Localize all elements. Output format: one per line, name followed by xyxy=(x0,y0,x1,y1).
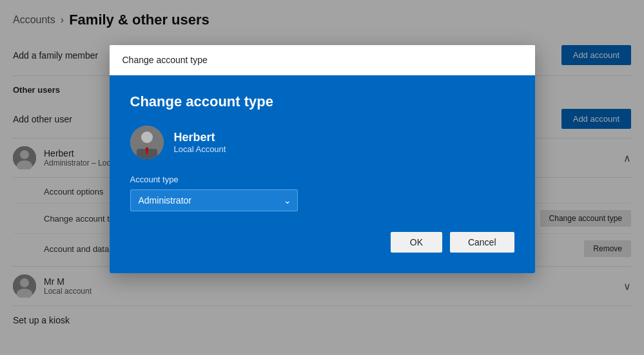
account-type-label: Account type xyxy=(130,175,514,184)
modal-user-account-type: Local Account xyxy=(174,144,226,154)
modal-user-avatar xyxy=(130,126,164,159)
modal-actions: OK Cancel xyxy=(130,232,514,253)
modal-body: Change account type xyxy=(110,75,535,273)
svg-point-7 xyxy=(141,131,153,143)
modal-user-name: Herbert xyxy=(174,131,226,144)
account-type-dropdown-wrapper: Standard User Administrator ⌄ xyxy=(130,189,298,211)
modal-title-bar: Change account type xyxy=(110,45,535,75)
modal-user-name-group: Herbert Local Account xyxy=(174,131,226,154)
cancel-button[interactable]: Cancel xyxy=(450,232,514,253)
modal-container: Change account type Change account type xyxy=(110,45,535,273)
account-type-select[interactable]: Standard User Administrator xyxy=(130,189,298,211)
ok-button[interactable]: OK xyxy=(391,232,442,253)
modal-avatar-icon xyxy=(130,126,164,159)
page: Accounts › Family & other users Add a fa… xyxy=(0,0,644,355)
modal-user-info: Herbert Local Account xyxy=(130,126,514,159)
modal-title-text: Change account type xyxy=(122,55,208,65)
modal-heading: Change account type xyxy=(130,93,514,110)
modal-overlay: Change account type Change account type xyxy=(0,0,644,355)
